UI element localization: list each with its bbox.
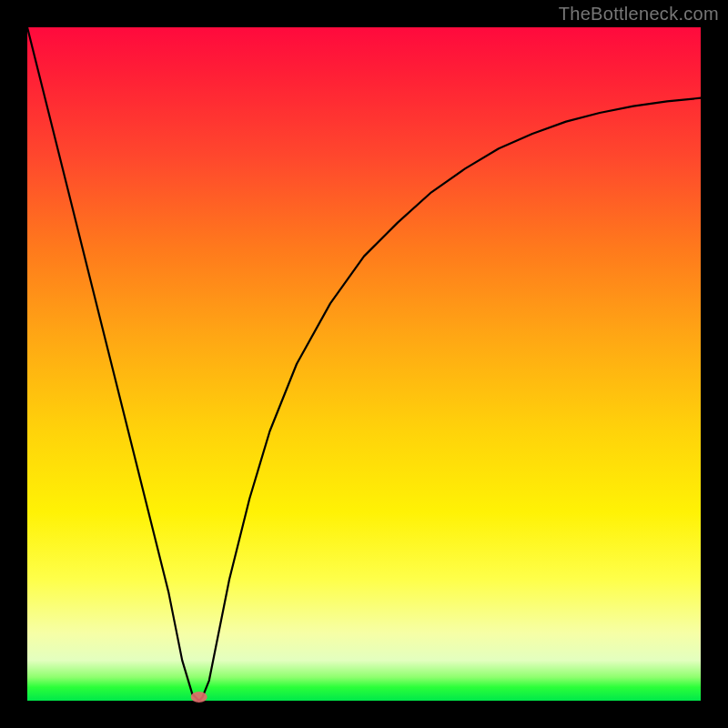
- minimum-marker: [191, 692, 207, 703]
- plot-area: [27, 27, 701, 701]
- bottleneck-curve: [27, 27, 701, 701]
- watermark-text: TheBottleneck.com: [559, 4, 719, 25]
- chart-container: TheBottleneck.com: [0, 0, 728, 728]
- curve-svg: [27, 27, 701, 701]
